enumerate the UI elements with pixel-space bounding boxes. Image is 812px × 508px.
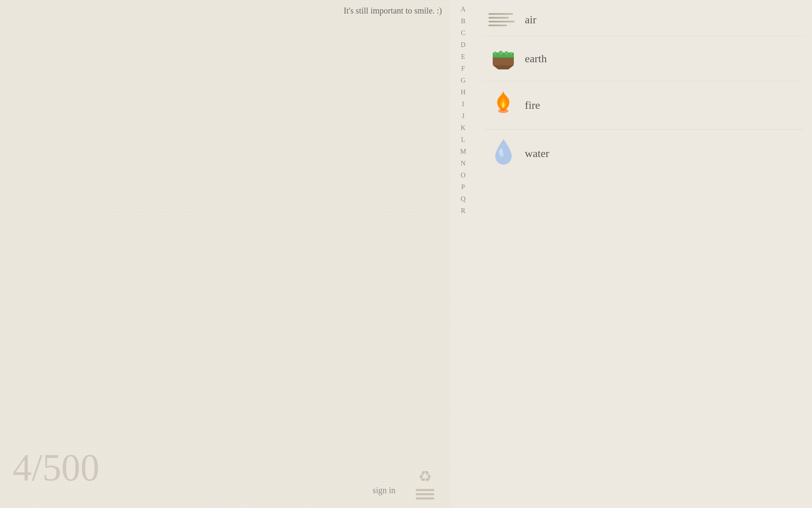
air-line: [488, 21, 515, 22]
element-item-earth[interactable]: earth: [484, 36, 804, 81]
element-name-water: water: [525, 147, 549, 160]
elements-panel: air earth: [476, 0, 812, 508]
bottom-icons-area: ♻: [412, 468, 438, 500]
element-name-fire: fire: [525, 99, 540, 112]
alpha-letter-o[interactable]: O: [450, 169, 476, 181]
alpha-letter-c[interactable]: C: [450, 27, 476, 39]
svg-rect-2: [494, 52, 497, 55]
air-line: [488, 17, 509, 19]
svg-marker-6: [493, 65, 514, 69]
alpha-letter-a[interactable]: A: [450, 3, 476, 15]
recycle-icon[interactable]: ♻: [418, 468, 432, 486]
air-line: [488, 25, 507, 26]
alpha-letter-b[interactable]: B: [450, 15, 476, 27]
counter-display: 4/500: [13, 449, 99, 487]
alpha-letter-g[interactable]: G: [450, 75, 476, 86]
svg-rect-3: [499, 51, 502, 55]
alpha-letter-k[interactable]: K: [450, 122, 476, 134]
svg-point-7: [498, 109, 508, 113]
menu-icon[interactable]: [416, 489, 434, 500]
element-item-water[interactable]: water: [484, 130, 804, 177]
svg-rect-4: [505, 51, 508, 55]
svg-rect-5: [510, 52, 512, 55]
earth-icon: [488, 44, 518, 73]
alpha-letter-r[interactable]: R: [450, 205, 476, 217]
menu-line-1: [416, 489, 434, 491]
sign-in-link[interactable]: sign in: [373, 486, 395, 495]
element-item-air[interactable]: air: [484, 3, 804, 36]
alphabet-column: ABCDEFGHIJKLMNOPQR: [450, 0, 476, 508]
element-item-fire[interactable]: fire: [484, 81, 804, 130]
alpha-letter-d[interactable]: D: [450, 39, 476, 51]
alpha-letter-h[interactable]: H: [450, 86, 476, 98]
right-sidebar: ABCDEFGHIJKLMNOPQR air: [450, 0, 812, 508]
alpha-letter-i[interactable]: I: [450, 98, 476, 110]
alpha-letter-f[interactable]: F: [450, 63, 476, 75]
alpha-letter-j[interactable]: J: [450, 110, 476, 122]
menu-line-2: [416, 493, 434, 495]
air-icon: [488, 11, 518, 28]
water-icon: [488, 137, 518, 170]
main-area: It's still important to smile. :) 4/500 …: [0, 0, 450, 508]
element-name-air: air: [525, 14, 536, 26]
element-name-earth: earth: [525, 52, 547, 65]
alpha-letter-q[interactable]: Q: [450, 193, 476, 205]
quote-text: It's still important to smile. :): [344, 6, 442, 16]
alpha-letter-p[interactable]: P: [450, 181, 476, 193]
air-line: [488, 13, 513, 15]
alpha-letter-m[interactable]: M: [450, 146, 476, 157]
alpha-letter-n[interactable]: N: [450, 157, 476, 169]
menu-line-3: [416, 497, 434, 500]
alpha-letter-e[interactable]: E: [450, 51, 476, 63]
alpha-letter-l[interactable]: L: [450, 134, 476, 146]
fire-icon: [488, 89, 518, 121]
